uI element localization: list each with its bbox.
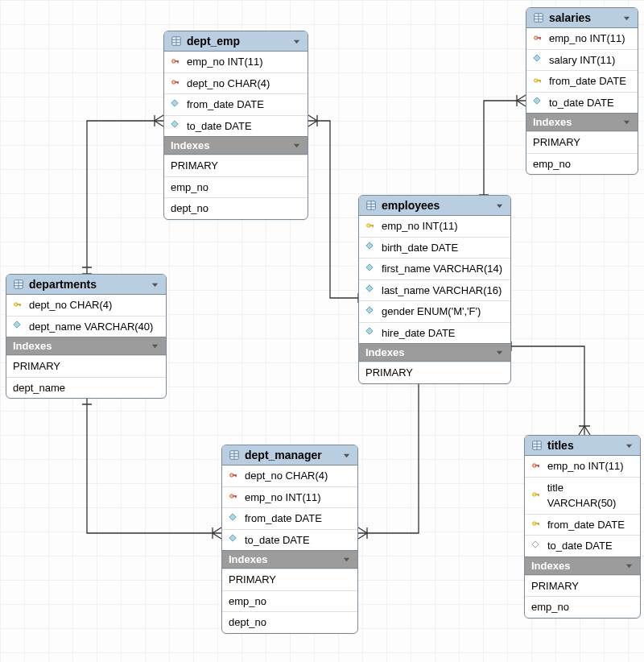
column-text: dept_no CHAR(4) [187, 76, 270, 92]
table-icon [531, 440, 543, 451]
column-row[interactable]: from_date DATE [164, 93, 308, 115]
column-row[interactable]: birth_date DATE [359, 237, 510, 259]
column-text: to_date DATE [187, 118, 252, 134]
key-red-icon [531, 461, 543, 472]
column-row[interactable]: first_name VARCHAR(14) [359, 258, 510, 279]
diamond-icon [229, 534, 240, 545]
index-row[interactable]: emp_no [222, 590, 357, 612]
columns-section: dept_no CHAR(4)emp_no INT(11)from_date D… [222, 465, 357, 550]
column-row[interactable]: to_date DATE [525, 535, 640, 556]
column-row[interactable]: to_date DATE [222, 529, 357, 551]
entity-dept_emp[interactable]: dept_empemp_no INT(11)dept_no CHAR(4)fro… [163, 31, 308, 220]
index-name: emp_no [533, 158, 571, 170]
column-row[interactable]: dept_no CHAR(4) [6, 295, 166, 316]
collapse-arrow-icon[interactable] [495, 348, 504, 357]
key-red-icon [533, 33, 544, 44]
column-text: to_date DATE [547, 538, 613, 554]
entity-header[interactable]: departments [6, 275, 166, 295]
key-yellow-icon [531, 519, 543, 530]
entity-title: employees [382, 199, 440, 212]
collapse-arrow-icon[interactable] [495, 201, 504, 210]
column-row[interactable]: last_name VARCHAR(16) [359, 279, 510, 301]
collapse-arrow-icon[interactable] [151, 341, 159, 350]
column-row[interactable]: dept_name VARCHAR(40) [6, 316, 166, 337]
indexes-header[interactable]: Indexes [359, 343, 510, 362]
indexes-header[interactable]: Indexes [6, 337, 166, 355]
index-row[interactable]: emp_no [164, 176, 308, 198]
index-row[interactable]: dept_no [222, 611, 357, 633]
collapse-arrow-icon[interactable] [622, 118, 631, 126]
index-row[interactable]: PRIMARY [525, 575, 640, 597]
column-row[interactable]: dept_no CHAR(4) [164, 72, 308, 94]
indexes-header[interactable]: Indexes [526, 113, 638, 131]
entity-dept_manager[interactable]: dept_managerdept_no CHAR(4)emp_no INT(11… [221, 445, 358, 634]
columns-section: emp_no INT(11)dept_no CHAR(4)from_date D… [164, 52, 308, 136]
index-row[interactable]: PRIMARY [164, 155, 308, 176]
columns-section: emp_no INT(11)title VARCHAR(50)from_date… [525, 456, 640, 556]
table-icon [533, 12, 544, 23]
index-row[interactable]: emp_no [525, 596, 640, 618]
index-row[interactable]: emp_no [526, 153, 638, 175]
collapse-arrow-icon[interactable] [622, 14, 631, 23]
indexes-label: Indexes [533, 116, 572, 128]
entity-header[interactable]: titles [525, 436, 640, 456]
diamond-outline-icon [531, 540, 543, 552]
entity-header[interactable]: employees [359, 196, 510, 216]
column-row[interactable]: dept_no CHAR(4) [222, 465, 357, 486]
column-row[interactable]: emp_no INT(11) [526, 28, 638, 49]
entity-header[interactable]: salaries [526, 8, 638, 28]
svg-rect-40 [235, 474, 237, 477]
collapse-arrow-icon[interactable] [625, 441, 634, 450]
diamond-icon [365, 263, 377, 275]
column-row[interactable]: emp_no INT(11) [164, 52, 308, 72]
column-row[interactable]: from_date DATE [525, 514, 640, 536]
indexes-header[interactable]: Indexes [525, 556, 640, 575]
svg-rect-16 [539, 37, 541, 39]
indexes-section: PRIMARYemp_no [525, 575, 640, 618]
key-yellow-icon [365, 221, 377, 232]
column-text: to_date DATE [549, 95, 614, 111]
entity-titles[interactable]: titlesemp_no INT(11)title VARCHAR(50)fro… [524, 435, 641, 619]
indexes-header[interactable]: Indexes [222, 550, 357, 569]
index-row[interactable]: PRIMARY [6, 355, 166, 377]
column-row[interactable]: emp_no INT(11) [525, 456, 640, 477]
column-row[interactable]: salary INT(11) [526, 49, 638, 71]
column-row[interactable]: to_date DATE [164, 115, 308, 137]
column-text: dept_name VARCHAR(40) [29, 319, 153, 335]
indexes-label: Indexes [171, 139, 209, 151]
column-text: emp_no INT(11) [382, 218, 458, 234]
column-row[interactable]: from_date DATE [526, 70, 638, 92]
indexes-header[interactable]: Indexes [164, 136, 308, 155]
entity-title: departments [29, 278, 97, 291]
column-text: from_date DATE [187, 97, 264, 113]
diamond-icon [171, 120, 182, 131]
er-diagram-canvas[interactable]: dept_empemp_no INT(11)dept_no CHAR(4)fro… [0, 0, 644, 662]
index-row[interactable]: dept_no [164, 197, 308, 219]
key-yellow-icon [531, 490, 543, 501]
collapse-arrow-icon[interactable] [342, 451, 351, 460]
collapse-arrow-icon[interactable] [292, 141, 301, 150]
column-row[interactable]: emp_no INT(11) [359, 216, 510, 237]
entity-header[interactable]: dept_emp [164, 31, 308, 52]
collapse-arrow-icon[interactable] [151, 280, 159, 289]
collapse-arrow-icon[interactable] [292, 37, 301, 46]
column-row[interactable]: title VARCHAR(50) [525, 477, 640, 514]
column-row[interactable]: gender ENUM('M','F') [359, 300, 510, 322]
columns-section: dept_no CHAR(4)dept_name VARCHAR(40) [6, 295, 166, 337]
column-row[interactable]: to_date DATE [526, 92, 638, 114]
entity-employees[interactable]: employeesemp_no INT(11)birth_date DATEfi… [358, 195, 511, 384]
svg-rect-56 [538, 523, 539, 526]
collapse-arrow-icon[interactable] [342, 555, 351, 564]
entity-header[interactable]: dept_manager [222, 445, 357, 465]
column-row[interactable]: emp_no INT(11) [222, 486, 357, 508]
collapse-arrow-icon[interactable] [625, 561, 634, 570]
entity-departments[interactable]: departmentsdept_no CHAR(4)dept_name VARC… [6, 274, 167, 399]
index-row[interactable]: PRIMARY [526, 131, 638, 153]
column-row[interactable]: from_date DATE [222, 507, 357, 529]
index-row[interactable]: dept_name [6, 377, 166, 399]
column-row[interactable]: hire_date DATE [359, 322, 510, 344]
entity-salaries[interactable]: salariesemp_no INT(11)salary INT(11)from… [526, 7, 638, 175]
index-row[interactable]: PRIMARY [222, 569, 357, 590]
index-row[interactable]: PRIMARY [359, 362, 510, 383]
diamond-icon [365, 284, 377, 296]
